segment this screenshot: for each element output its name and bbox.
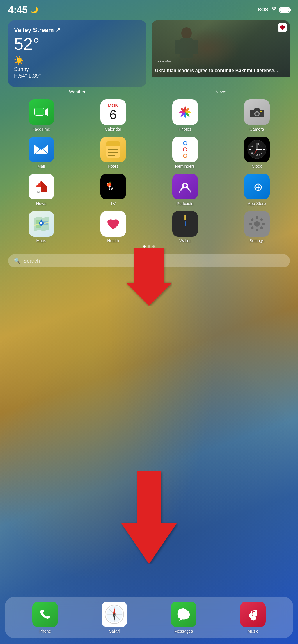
app-maps[interactable]: Maps bbox=[5, 211, 77, 243]
calendar-icon[interactable]: MON 6 bbox=[100, 99, 126, 125]
svg-text:N: N bbox=[37, 190, 40, 194]
svg-rect-57 bbox=[262, 223, 265, 225]
svg-text:4: 4 bbox=[261, 152, 262, 154]
page-dots bbox=[0, 245, 298, 248]
svg-rect-54 bbox=[256, 216, 258, 219]
weather-widget-container[interactable]: Valley Stream ↗ 52° ☀️ Sunny H:54° L:39°… bbox=[8, 20, 146, 94]
app-podcasts[interactable]: Podcasts bbox=[149, 174, 221, 206]
settings-icon[interactable] bbox=[244, 211, 270, 237]
app-grid-row4: Maps Health Wallet bbox=[0, 206, 298, 243]
svg-point-9 bbox=[256, 113, 258, 115]
weather-widget-label: Weather bbox=[8, 89, 146, 94]
app-reminders[interactable]: Reminders bbox=[149, 137, 221, 169]
maps-label: Maps bbox=[36, 238, 46, 243]
page-dot-2 bbox=[148, 245, 150, 248]
clock-label: Clock bbox=[252, 164, 262, 169]
news-headline: Ukrainian leaders agree to continue Bakh… bbox=[155, 68, 286, 74]
app-grid-row1: FaceTime MON 6 Calendar bbox=[0, 94, 298, 131]
app-grid-row3: N News 🍎 tv TV bbox=[0, 169, 298, 206]
wallet-icon[interactable] bbox=[172, 211, 198, 237]
news-widget-container[interactable]: The Guardian Ukrainian leaders agree to … bbox=[152, 20, 290, 94]
svg-rect-2 bbox=[175, 40, 181, 54]
svg-point-62 bbox=[254, 221, 260, 227]
news-icon[interactable]: N bbox=[29, 174, 54, 199]
news-widget-label: News bbox=[152, 89, 290, 94]
news-widget-image: The Guardian Ukrainian leaders agree to … bbox=[152, 20, 290, 77]
dock-app-phone[interactable]: Phone bbox=[32, 602, 58, 634]
app-notes[interactable]: Notes bbox=[77, 137, 149, 169]
photos-icon[interactable] bbox=[172, 99, 198, 125]
page-dot-3 bbox=[152, 245, 155, 248]
app-facetime[interactable]: FaceTime bbox=[5, 99, 77, 131]
status-right: SOS bbox=[258, 7, 290, 13]
svg-text:tv: tv bbox=[109, 184, 113, 191]
app-wallet[interactable]: Wallet bbox=[149, 211, 221, 243]
svg-rect-1 bbox=[180, 38, 193, 58]
page-dot-1 bbox=[143, 245, 146, 248]
music-label: Music bbox=[248, 629, 258, 634]
phone-icon[interactable] bbox=[32, 602, 58, 627]
maps-icon[interactable] bbox=[29, 211, 54, 237]
red-arrow bbox=[126, 248, 172, 307]
svg-text:7: 7 bbox=[253, 154, 254, 156]
svg-point-41 bbox=[256, 149, 258, 150]
weather-hilo: H:54° L:39° bbox=[14, 73, 141, 79]
app-tv[interactable]: 🍎 tv TV bbox=[77, 174, 149, 206]
svg-point-0 bbox=[181, 27, 192, 39]
mail-icon[interactable] bbox=[29, 137, 54, 162]
health-icon[interactable] bbox=[100, 211, 126, 237]
tv-icon[interactable]: 🍎 tv bbox=[100, 174, 126, 199]
app-appstore[interactable]: ⊕ App Store bbox=[221, 174, 293, 206]
dock-app-messages[interactable]: Messages bbox=[171, 602, 196, 634]
health-label: Health bbox=[107, 238, 119, 243]
camera-icon[interactable] bbox=[244, 99, 270, 125]
music-icon[interactable] bbox=[240, 602, 266, 627]
battery-icon bbox=[279, 7, 290, 13]
svg-text:10: 10 bbox=[250, 145, 253, 148]
notes-icon[interactable] bbox=[100, 137, 126, 162]
safari-icon[interactable] bbox=[102, 602, 127, 627]
svg-text:1: 1 bbox=[259, 144, 260, 147]
svg-text:6: 6 bbox=[256, 154, 258, 157]
svg-rect-3 bbox=[192, 40, 198, 54]
location-arrow-icon: ↗ bbox=[56, 26, 61, 33]
calendar-label: Calendar bbox=[105, 127, 121, 131]
app-camera[interactable]: Camera bbox=[221, 99, 293, 131]
status-bar: 4:45 🌙 SOS bbox=[0, 0, 298, 17]
dock-app-safari[interactable]: Safari bbox=[102, 602, 127, 634]
safari-label: Safari bbox=[109, 629, 120, 634]
reminders-icon[interactable] bbox=[172, 137, 198, 162]
svg-text:⊕: ⊕ bbox=[253, 181, 263, 193]
appstore-icon[interactable]: ⊕ bbox=[244, 174, 270, 199]
tv-label: TV bbox=[111, 201, 116, 206]
facetime-label: FaceTime bbox=[32, 127, 50, 131]
app-news[interactable]: N News bbox=[5, 174, 77, 206]
dock-app-music[interactable]: Music bbox=[240, 602, 266, 634]
clock-icon[interactable]: 12 3 6 9 1 2 11 10 4 5 8 7 bbox=[244, 137, 270, 162]
notes-label: Notes bbox=[108, 164, 118, 169]
facetime-icon[interactable] bbox=[29, 99, 54, 125]
mail-label: Mail bbox=[38, 164, 45, 169]
weather-widget[interactable]: Valley Stream ↗ 52° ☀️ Sunny H:54° L:39° bbox=[8, 20, 146, 87]
svg-text:3: 3 bbox=[263, 148, 264, 151]
reminders-label: Reminders bbox=[175, 164, 195, 169]
camera-label: Camera bbox=[250, 127, 264, 131]
search-placeholder: Search bbox=[23, 258, 40, 264]
app-clock[interactable]: 12 3 6 9 1 2 11 10 4 5 8 7 bbox=[221, 137, 293, 169]
sos-label: SOS bbox=[258, 7, 268, 13]
wallet-label: Wallet bbox=[179, 238, 190, 243]
svg-rect-16 bbox=[106, 145, 120, 146]
wifi-icon bbox=[271, 7, 277, 13]
news-widget[interactable]: The Guardian Ukrainian leaders agree to … bbox=[152, 20, 290, 87]
app-health[interactable]: Health bbox=[77, 211, 149, 243]
app-settings[interactable]: Settings bbox=[221, 211, 293, 243]
messages-icon[interactable] bbox=[171, 602, 196, 627]
app-grid-row2: Mail Notes bbox=[0, 131, 298, 169]
app-mail[interactable]: Mail bbox=[5, 137, 77, 169]
svg-rect-56 bbox=[249, 223, 252, 225]
podcasts-icon[interactable] bbox=[172, 174, 198, 199]
settings-label: Settings bbox=[249, 238, 264, 243]
app-calendar[interactable]: MON 6 Calendar bbox=[77, 99, 149, 131]
news-source: The Guardian bbox=[155, 60, 171, 63]
app-photos[interactable]: Photos bbox=[149, 99, 221, 131]
